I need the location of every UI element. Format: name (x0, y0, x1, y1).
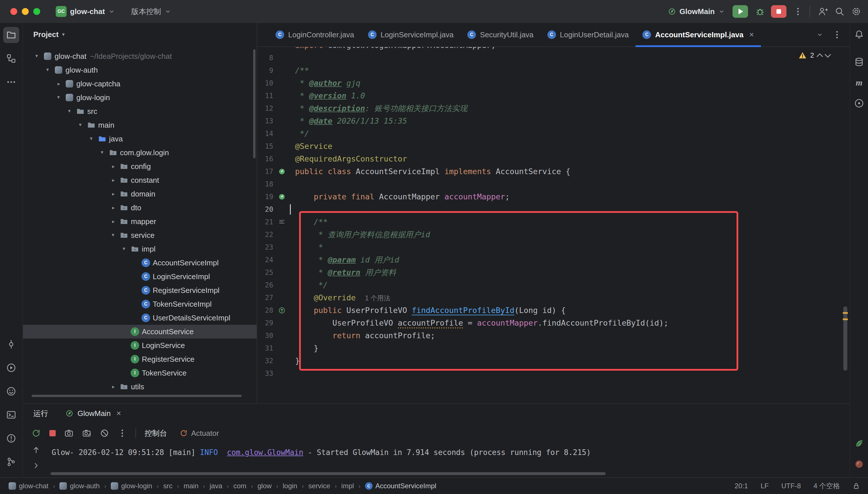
console-camera-button[interactable] (64, 429, 73, 438)
chevron-down-icon[interactable]: ▸ (67, 107, 73, 116)
profiler-button[interactable] (852, 457, 867, 472)
tree-item-utils[interactable]: ▸utils (23, 380, 257, 394)
add-user-button[interactable] (818, 6, 828, 16)
breadcrumb-src[interactable]: src (162, 481, 174, 491)
tree-item-AccountServiceImpl[interactable]: CAccountServiceImpl (23, 256, 257, 270)
vcs-widget[interactable]: 版本控制 (127, 4, 176, 19)
structure-button[interactable] (3, 51, 19, 66)
tree-item-config[interactable]: ▸config (23, 159, 257, 173)
next-problem-icon[interactable] (825, 51, 831, 58)
tree-item-impl[interactable]: ▸impl (23, 242, 257, 256)
search-everywhere-button[interactable] (835, 6, 845, 16)
lock-icon[interactable] (852, 482, 860, 490)
project-panel-header[interactable]: Project ▾ (23, 23, 257, 46)
tree-item-glow-captcha[interactable]: ▸glow-captcha (23, 77, 257, 91)
tree-item-service[interactable]: ▸service (23, 228, 257, 242)
status-item-4 个空格[interactable]: 4 个空格 (813, 481, 840, 491)
tree-item-java[interactable]: ▸java (23, 132, 257, 146)
inspections-widget[interactable]: 2 (795, 50, 834, 61)
chevron-down-icon[interactable]: ▸ (45, 65, 51, 75)
breadcrumb-glow-chat[interactable]: glow-chat (7, 481, 50, 491)
console-rerun-button[interactable] (32, 429, 41, 438)
debug-button[interactable] (755, 6, 765, 17)
notifications-bell-button[interactable] (852, 27, 867, 42)
breadcrumb-com[interactable]: com (232, 481, 248, 491)
chevron-down-icon[interactable]: ▸ (77, 120, 84, 130)
services-play-button[interactable] (3, 360, 19, 376)
chevron-down-icon[interactable]: ▸ (99, 148, 106, 157)
breadcrumb-glow-auth[interactable]: glow-auth (58, 481, 101, 491)
tree-item-mapper[interactable]: ▸mapper (23, 214, 257, 228)
breadcrumb-glow-login[interactable]: glow-login (109, 481, 154, 491)
spring-bean-gutter-icon[interactable] (273, 190, 291, 203)
tree-horizontal-scrollbar[interactable] (32, 395, 242, 397)
chevron-right-icon[interactable]: ▸ (109, 383, 118, 390)
git-graph-button[interactable] (3, 454, 19, 470)
database-button[interactable] (852, 55, 867, 70)
console[interactable]: Glow- 2026-02-12 09:51:28 [main] INFO co… (23, 443, 850, 477)
tree-item-RegisterServiceImpl[interactable]: CRegisterServiceImpl (23, 283, 257, 297)
warning-stripe-mark[interactable] (843, 312, 848, 314)
code-editor[interactable]: import com.glow.login.mapper.AccountMapp… (257, 47, 850, 403)
tab-LoginController.java[interactable]: CLoginController.java (269, 23, 361, 46)
chevron-right-icon[interactable]: ▸ (109, 191, 118, 197)
view-tab-控制台[interactable]: 控制台 (145, 428, 167, 438)
tree-item-com.glow.login[interactable]: ▸com.glow.login (23, 146, 257, 159)
tree-item-TokenServiceImpl[interactable]: CTokenServiceImpl (23, 297, 257, 311)
tree-vertical-scrollbar[interactable] (253, 49, 256, 158)
tree-item-AccountService[interactable]: IAccountService (23, 325, 257, 339)
run-config-widget[interactable]: GlowMain (664, 5, 729, 18)
chevron-down-icon[interactable]: ▸ (34, 51, 40, 61)
close-icon[interactable]: × (116, 409, 121, 418)
chevron-down-icon[interactable]: ▸ (121, 244, 127, 254)
tree-item-glow-chat[interactable]: ▸glow-chat~/IdeaProjects/glow-chat (23, 49, 257, 63)
fold-lines-gutter-icon[interactable] (273, 216, 291, 228)
breadcrumb-glow[interactable]: glow (256, 481, 273, 491)
tree-item-LoginService[interactable]: ILoginService (23, 339, 257, 352)
commit-button[interactable] (3, 336, 19, 352)
previous-problem-icon[interactable] (817, 53, 823, 60)
settings-button[interactable] (851, 6, 861, 16)
tab-options-icon[interactable] (832, 30, 842, 39)
editor-scrollbar[interactable] (843, 306, 847, 370)
project-widget[interactable]: GC glow-chat (52, 4, 119, 19)
console-clear-ban-button[interactable] (100, 429, 109, 438)
warning-stripe-mark[interactable] (843, 319, 848, 320)
tree-item-RegisterService[interactable]: IRegisterService (23, 352, 257, 366)
more-horizontal-button[interactable] (3, 74, 19, 90)
run-button[interactable] (733, 5, 748, 18)
status-item-LF[interactable]: LF (761, 482, 769, 490)
status-item-20:1[interactable]: 20:1 (735, 482, 748, 490)
minimize-window-button[interactable] (22, 8, 29, 15)
breadcrumb-AccountServiceImpl[interactable]: CAccountServiceImpl (363, 481, 438, 491)
status-item-UTF-8[interactable]: UTF-8 (781, 482, 801, 490)
breadcrumb-main[interactable]: main (182, 481, 200, 491)
gradle-button[interactable] (852, 96, 867, 111)
breadcrumb-login[interactable]: login (281, 481, 299, 491)
spring-bean-gutter-icon[interactable] (273, 165, 291, 178)
tree-item-glow-auth[interactable]: ▸glow-auth (23, 63, 257, 77)
tab-LoginUserDetail.java[interactable]: CLoginUserDetail.java (540, 23, 636, 46)
tab-SecurityUtil.java[interactable]: CSecurityUtil.java (460, 23, 540, 46)
tree-item-constant[interactable]: ▸constant (23, 173, 257, 187)
tree-item-glow-login[interactable]: ▸glow-login (23, 91, 257, 104)
zoom-window-button[interactable] (33, 8, 40, 15)
smiley-button[interactable] (3, 383, 19, 399)
tree-item-TokenService[interactable]: ITokenService (23, 366, 257, 380)
breadcrumb-impl[interactable]: impl (339, 481, 356, 491)
problems-button[interactable] (3, 430, 19, 446)
chevron-down-icon[interactable]: ▸ (56, 93, 62, 102)
chevron-right-icon[interactable]: ▸ (54, 81, 64, 87)
breadcrumb-java[interactable]: java (208, 481, 224, 491)
view-tab-Actuator[interactable]: Actuator (180, 429, 219, 438)
tab-AccountServiceImpl.java[interactable]: CAccountServiceImpl.java× (635, 23, 761, 46)
console-camera-edit-button[interactable] (82, 429, 91, 438)
overrides-gutter-icon[interactable] (273, 304, 291, 317)
project-folder-button[interactable] (3, 27, 19, 43)
more-actions-button[interactable] (793, 7, 802, 16)
close-window-button[interactable] (10, 8, 17, 15)
tree-item-main[interactable]: ▸main (23, 118, 257, 132)
tab-list-chevron-icon[interactable] (816, 31, 823, 38)
tree-item-dto[interactable]: ▸dto (23, 201, 257, 214)
maven-button[interactable]: m (852, 75, 867, 90)
